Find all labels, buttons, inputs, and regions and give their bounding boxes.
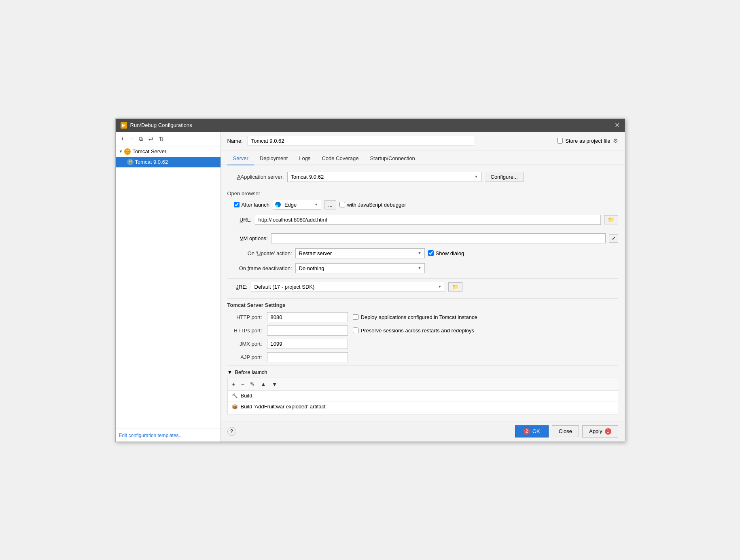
- dialog-title: Run/Debug Configurations: [130, 122, 192, 128]
- on-frame-select[interactable]: Do nothing Update classes and resources …: [295, 263, 425, 273]
- url-input[interactable]: [255, 215, 601, 225]
- on-update-select[interactable]: Restart server Redeploy Update classes a…: [295, 248, 425, 258]
- before-launch-header[interactable]: ▼ Before launch: [227, 369, 618, 375]
- divider-3: [227, 278, 618, 279]
- url-row: URL: 📁: [227, 215, 618, 225]
- before-launch-section: ▼ Before launch + − ✎ ▲ ▼ 🔨 Build: [227, 366, 618, 414]
- url-folder-button[interactable]: 📁: [604, 215, 618, 224]
- app-server-label-text: Application server:: [241, 174, 284, 180]
- tree-item-tomcat962[interactable]: 🐱 Tomcat 9.0.62: [116, 157, 221, 167]
- move-config-button[interactable]: ⇄: [146, 134, 155, 143]
- close-dialog-button[interactable]: Close: [552, 425, 579, 437]
- after-launch-checkbox[interactable]: [234, 202, 240, 207]
- js-debugger-checkbox[interactable]: [339, 202, 345, 207]
- titlebar: ▶ Run/Debug Configurations ✕: [116, 119, 625, 132]
- gear-icon[interactable]: ⚙: [613, 137, 618, 144]
- apply-label: Apply: [589, 428, 602, 434]
- build2-icon: 📦: [232, 404, 238, 410]
- deploy-tomcat-checkbox-label[interactable]: Deploy applications configured in Tomcat…: [353, 314, 477, 320]
- vm-options-input[interactable]: [271, 233, 606, 243]
- browser-row: After launch Edge Chrome Firefox ...: [227, 200, 618, 210]
- tab-deployment[interactable]: Deployment: [254, 152, 293, 165]
- ok-button[interactable]: 2 OK: [515, 425, 549, 437]
- on-frame-select-wrapper: Do nothing Update classes and resources …: [295, 263, 425, 273]
- before-launch-item-0-label: Build: [241, 393, 252, 399]
- tab-deployment-label: Deployment: [260, 155, 288, 161]
- before-launch-edit-button[interactable]: ✎: [248, 380, 257, 389]
- show-dialog-checkbox[interactable]: [428, 250, 434, 256]
- ajp-port-label: AJP port:: [227, 354, 262, 360]
- configure-button[interactable]: Configure...: [485, 172, 524, 182]
- js-debugger-label[interactable]: with JavaScript debugger: [339, 202, 406, 208]
- on-update-select-wrapper: Restart server Redeploy Update classes a…: [295, 248, 425, 258]
- deploy-tomcat-checkbox[interactable]: [353, 314, 358, 320]
- jre-select-wrapper: Default (17 - project SDK): [251, 282, 445, 292]
- http-port-label: HTTP port:: [227, 314, 262, 320]
- add-config-button[interactable]: +: [119, 134, 126, 143]
- apply-button[interactable]: Apply 1: [582, 425, 618, 437]
- apply-badge: 1: [605, 428, 611, 435]
- browser-select-wrapper: Edge Chrome Firefox: [273, 200, 321, 210]
- before-launch-up-button[interactable]: ▲: [259, 380, 268, 389]
- jre-select[interactable]: Default (17 - project SDK): [251, 282, 445, 292]
- vm-expand-button[interactable]: ⤢: [609, 234, 618, 243]
- run-debug-dialog: ▶ Run/Debug Configurations ✕ + − ⧉ ⇄ ⇅ ▼…: [115, 118, 625, 442]
- preserve-sessions-checkbox[interactable]: [353, 328, 358, 333]
- before-launch-down-button[interactable]: ▼: [270, 380, 280, 389]
- left-panel: + − ⧉ ⇄ ⇅ ▼ 🐱 Tomcat Server 🐱 Tomcat 9.0…: [116, 132, 221, 442]
- tomcat-item-label: Tomcat 9.0.62: [135, 159, 168, 165]
- tomcat-server-label: Tomcat Server: [132, 148, 166, 154]
- tab-server[interactable]: Server: [227, 152, 254, 165]
- on-frame-label: On frame deactivation:: [227, 265, 292, 271]
- divider-2: [227, 230, 618, 230]
- divider-4: [227, 298, 618, 299]
- bottom-bar: ? 2 OK Close Apply 1: [221, 421, 625, 442]
- tab-logs[interactable]: Logs: [293, 152, 316, 165]
- help-button[interactable]: ?: [227, 427, 236, 436]
- close-button[interactable]: ✕: [615, 122, 620, 129]
- tab-code-coverage[interactable]: Code Coverage: [316, 152, 364, 165]
- app-server-select[interactable]: Tomcat 9.0.62: [287, 172, 481, 182]
- sort-config-button[interactable]: ⇅: [157, 134, 166, 143]
- tabs-bar: Server Deployment Logs Code Coverage Sta…: [221, 152, 625, 165]
- before-launch-list: 🔨 Build 📦 Build 'AddFruit:war exploded' …: [227, 390, 618, 414]
- before-launch-item-0[interactable]: 🔨 Build: [228, 391, 618, 402]
- tab-startup-label: Startup/Connection: [370, 155, 415, 161]
- before-launch-item-1[interactable]: 📦 Build 'AddFruit:war exploded' artifact: [228, 402, 618, 412]
- preserve-sessions-checkbox-label[interactable]: Preserve sessions across restarts and re…: [353, 328, 477, 334]
- http-port-input[interactable]: [267, 312, 348, 322]
- jmx-port-label: JMX port:: [227, 341, 262, 347]
- remove-config-button[interactable]: −: [128, 134, 135, 143]
- store-project-checkbox[interactable]: [557, 138, 563, 144]
- before-launch-remove-button[interactable]: −: [239, 380, 246, 389]
- https-port-input[interactable]: [267, 325, 348, 336]
- tree-header-tomcat[interactable]: ▼ 🐱 Tomcat Server: [116, 146, 221, 157]
- edit-templates-link[interactable]: Edit configuration templates...: [119, 433, 183, 438]
- jmx-port-input[interactable]: [267, 339, 348, 349]
- vm-options-label: VM options:: [227, 235, 268, 241]
- copy-config-button[interactable]: ⧉: [137, 134, 145, 144]
- config-tree: ▼ 🐱 Tomcat Server 🐱 Tomcat 9.0.62: [116, 146, 221, 429]
- after-launch-label: After launch: [242, 202, 269, 208]
- store-project-container: Store as project file ⚙: [557, 137, 618, 144]
- left-footer: Edit configuration templates...: [116, 429, 221, 442]
- jre-row: JRE: Default (17 - project SDK) 📁: [227, 282, 618, 292]
- browser-more-button[interactable]: ...: [324, 200, 336, 209]
- before-launch-toolbar: + − ✎ ▲ ▼: [227, 378, 618, 390]
- show-dialog-label[interactable]: Show dialog: [428, 250, 464, 256]
- tab-startup[interactable]: Startup/Connection: [364, 152, 420, 165]
- on-update-row: On 'Update' action: Restart server Redep…: [227, 248, 618, 258]
- preserve-sessions-text: Preserve sessions across restarts and re…: [361, 328, 474, 334]
- tab-logs-label: Logs: [299, 155, 310, 161]
- before-launch-item-1-label: Build 'AddFruit:war exploded' artifact: [241, 404, 326, 410]
- name-input[interactable]: [248, 136, 474, 146]
- right-header: Name: Store as project file ⚙: [221, 132, 625, 150]
- after-launch-checkbox-label[interactable]: After launch: [234, 202, 269, 208]
- browser-select[interactable]: Edge Chrome Firefox: [273, 200, 321, 210]
- before-launch-add-button[interactable]: +: [230, 380, 237, 389]
- expand-icon: ▼: [119, 149, 123, 154]
- app-server-select-wrapper: Tomcat 9.0.62: [287, 172, 481, 182]
- jre-folder-button[interactable]: 📁: [448, 282, 462, 292]
- ajp-port-input[interactable]: [267, 352, 348, 362]
- tomcat-server-icon: 🐱: [124, 148, 131, 155]
